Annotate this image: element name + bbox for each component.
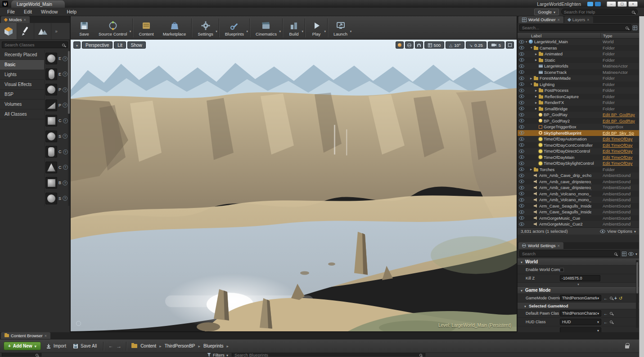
asset-thumbnail[interactable]	[45, 177, 57, 189]
outliner-row[interactable]: SmallBridge Folder	[518, 106, 639, 112]
visibility-eye-icon[interactable]	[518, 222, 525, 226]
visibility-eye-icon[interactable]	[518, 137, 525, 141]
placeable-asset[interactable]: C ?	[45, 160, 70, 176]
save-all-button[interactable]: Save All	[71, 343, 99, 350]
mode-overflow-button[interactable]: »	[51, 23, 61, 39]
actor-type[interactable]: Folder	[603, 76, 615, 81]
assets-search-input[interactable]	[234, 352, 418, 357]
outliner-row[interactable]: TimeOfDaySkylightControl Edit TimeOfDay	[518, 160, 639, 167]
visibility-eye-icon[interactable]	[518, 119, 525, 122]
hud-class-dropdown[interactable]: HUD	[560, 319, 601, 325]
visibility-eye-icon[interactable]	[518, 204, 525, 208]
close-tab-icon[interactable]	[45, 333, 47, 338]
visibility-eye-icon[interactable]	[518, 155, 525, 159]
asset-thumbnail[interactable]	[45, 162, 57, 173]
outliner-row[interactable]: SceneTrack MatineeActor	[518, 69, 639, 76]
menu-item[interactable]: File	[3, 9, 19, 14]
stepper-icon[interactable]	[596, 276, 599, 280]
actor-type[interactable]: Edit TimeOfDay	[603, 143, 633, 148]
menu-item[interactable]: Help	[62, 9, 81, 14]
actor-type[interactable]: AmbientSound	[603, 173, 630, 178]
visibility-eye-icon[interactable]	[518, 46, 525, 50]
asset-thumbnail[interactable]	[45, 115, 57, 127]
actor-type[interactable]: Folder	[603, 106, 615, 111]
tree-arrow-icon[interactable]	[535, 53, 539, 55]
tree-arrow-icon[interactable]	[525, 41, 529, 43]
outliner-row[interactable]: Arm_Amb_Volcano_mono_Cue2 AmbientSound	[518, 197, 639, 203]
eye-icon[interactable]	[628, 252, 634, 256]
play-button[interactable]: Play	[306, 19, 326, 37]
rotation-snap-button[interactable]: 10°	[446, 41, 464, 49]
asset-thumbnail[interactable]	[45, 131, 57, 142]
outliner-row[interactable]: Animated Folder	[518, 51, 639, 57]
actor-type[interactable]: AmbientSound	[603, 209, 630, 214]
visibility-eye-icon[interactable]	[518, 167, 525, 171]
enable-world-composition-checkbox[interactable]	[560, 268, 564, 272]
outliner-row[interactable]: BP_GodRay2 Edit BP_GodRay	[518, 118, 639, 124]
actor-type[interactable]: AmbientSound	[603, 221, 630, 226]
mode-category[interactable]: Recently Placed	[0, 50, 44, 60]
browse-icon[interactable]	[610, 312, 612, 315]
caret-down-icon[interactable]	[246, 28, 248, 33]
outliner-row[interactable]: TimeOfDayAutomation Edit TimeOfDay	[518, 136, 639, 142]
visibility-eye-icon[interactable]	[518, 77, 525, 80]
visibility-eye-icon[interactable]	[518, 210, 525, 214]
import-button[interactable]: Import	[44, 343, 68, 350]
settings-button[interactable]: Settings	[193, 19, 217, 37]
help-question-icon[interactable]: ?	[63, 165, 68, 170]
actor-type[interactable]: Folder	[603, 100, 615, 105]
visibility-eye-icon[interactable]	[518, 89, 525, 92]
actor-type[interactable]: AmbientSound	[603, 197, 630, 202]
lit-mode-button[interactable]: Lit	[114, 41, 126, 49]
use-selected-icon[interactable]	[603, 320, 608, 325]
scale-snap-button[interactable]: 0.25	[466, 41, 486, 49]
visibility-eye-icon[interactable]	[518, 174, 525, 177]
placeable-asset[interactable]: E ?	[45, 51, 70, 67]
folders-search-input[interactable]	[5, 352, 34, 357]
settings-search-input[interactable]	[522, 251, 612, 256]
settings-scrollbar[interactable]	[636, 260, 639, 328]
search-classes-input[interactable]	[5, 42, 60, 47]
visibility-eye-icon[interactable]	[518, 70, 525, 74]
clipped-dropdown[interactable]	[560, 327, 601, 332]
blueprints-button[interactable]: Blueprints	[221, 19, 248, 37]
visibility-eye-icon[interactable]	[518, 198, 525, 202]
close-button[interactable]: ×	[628, 1, 638, 7]
visibility-eye-icon[interactable]	[518, 113, 525, 117]
game-view-button[interactable]	[405, 41, 414, 49]
actor-type[interactable]: Edit TimeOfDay	[603, 149, 633, 154]
caret-down-icon[interactable]	[635, 251, 637, 256]
menu-item[interactable]: Window	[36, 9, 62, 14]
view-options-button[interactable]: View Options	[600, 229, 636, 234]
forward-button[interactable]	[116, 343, 122, 349]
actor-type[interactable]: TriggerBox	[603, 124, 623, 129]
outliner-row[interactable]: GorgeTriggerBox TriggerBox	[518, 124, 639, 130]
document-tab[interactable]: LargeWorld_Main	[11, 0, 65, 8]
search-icon[interactable]	[632, 11, 635, 14]
visibility-eye-icon[interactable]	[518, 216, 525, 220]
caret-down-icon[interactable]	[324, 28, 326, 33]
tab-content-browser[interactable]: Content Browser	[1, 332, 50, 339]
outliner-row[interactable]: TimeOfDayContController Edit TimeOfDay	[518, 142, 639, 149]
outliner-row[interactable]: TimeOfDayMain Edit TimeOfDay	[518, 154, 639, 161]
visibility-eye-icon[interactable]	[518, 64, 525, 68]
property-matrix-icon[interactable]	[622, 252, 626, 256]
outliner-search-input[interactable]	[522, 25, 624, 30]
outliner-row[interactable]: ReflectionCapture Folder	[518, 94, 639, 100]
surface-snap-button[interactable]	[415, 41, 423, 49]
add-icon[interactable]	[614, 296, 617, 301]
outliner-row[interactable]: Arm_Cave_Seagulls_Inside_Cue AmbientSoun…	[518, 203, 639, 209]
placeable-asset[interactable]: S ?	[45, 191, 70, 207]
filters-button[interactable]: Filters	[207, 352, 228, 357]
outliner-row[interactable]: Static Folder	[518, 57, 639, 63]
maximize-button[interactable]: ▢	[617, 1, 627, 7]
outliner-row[interactable]: ArmGorgeMusic_Cue2 AmbientSound	[518, 221, 639, 227]
tab-world-settings[interactable]: World Settings	[518, 242, 563, 249]
actor-type[interactable]: Folder	[603, 94, 615, 99]
placeable-asset[interactable]: E ?	[45, 67, 70, 82]
column-type[interactable]: Type	[600, 33, 612, 38]
tree-arrow-icon[interactable]	[530, 168, 534, 171]
lock-icon[interactable]	[625, 345, 629, 348]
outliner-row[interactable]: Arm_Amb_cave_dripstereo_Cue2 AmbientSoun…	[518, 185, 639, 191]
visibility-eye-icon[interactable]	[518, 82, 525, 86]
